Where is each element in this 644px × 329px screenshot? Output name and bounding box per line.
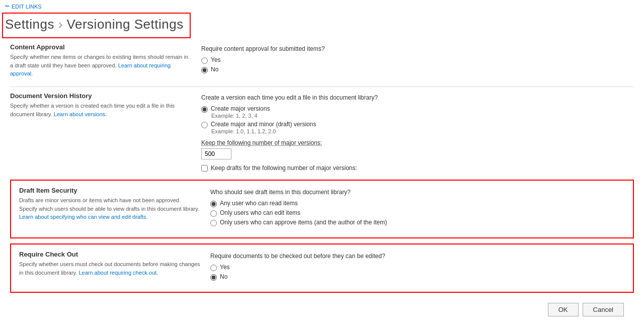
main-content: Content Approval Specify whether new ite… — [0, 43, 644, 326]
keep-drafts-checkbox-item: Keep drafts for the following number of … — [201, 164, 634, 172]
page-title-box: Settings › Versioning Settings — [2, 13, 191, 38]
page-title: Settings › Versioning Settings — [5, 17, 184, 32]
document-version-section: Document Version History Specify whether… — [10, 92, 634, 172]
page-title-separator: › — [58, 17, 63, 32]
require-checkout-radio-group: Yes No — [210, 264, 625, 281]
content-approval-radio-group: Yes No — [201, 56, 634, 73]
require-checkout-question: Require documents to be checked out befo… — [210, 253, 625, 260]
draft-edit-users-radio[interactable] — [210, 210, 217, 217]
page-title-part1: Settings — [5, 17, 54, 32]
version-major-option[interactable]: Create major versions — [201, 105, 634, 113]
draft-security-learn-link[interactable]: Learn about specifying who can view and … — [19, 214, 148, 220]
require-checkout-box: Require Check Out Specify whether users … — [10, 243, 634, 293]
content-approval-section: Content Approval Specify whether new ite… — [10, 43, 634, 78]
content-approval-desc: Specify whether new items or changes to … — [10, 53, 191, 78]
require-checkout-desc: Specify whether users must check out doc… — [19, 260, 200, 277]
content-approval-left: Content Approval Specify whether new ite… — [10, 43, 201, 78]
content-approval-question: Require content approval for submitted i… — [201, 45, 634, 52]
keep-versions-label: Keep the following number of major versi… — [201, 139, 634, 146]
draft-edit-users[interactable]: Only users who can edit items — [210, 209, 625, 217]
document-version-radio-group: Create major versions Example: 1, 2, 3, … — [201, 105, 634, 134]
ok-button[interactable]: OK — [548, 303, 579, 316]
content-approval-right: Require content approval for submitted i… — [201, 43, 634, 78]
draft-security-left: Draft Item Security Drafts are minor ver… — [19, 187, 210, 231]
draft-security-right: Who should see draft items in this docum… — [210, 187, 625, 231]
edit-links[interactable]: ✏ EDIT LINKS — [0, 0, 644, 13]
cancel-button[interactable]: Cancel — [583, 303, 624, 316]
require-checkout-title: Require Check Out — [19, 251, 200, 258]
version-minor-sublabel: Example: 1.0, 1.1, 1.2, 2.0 — [211, 128, 634, 134]
version-minor-radio[interactable] — [201, 122, 208, 128]
checkout-yes[interactable]: Yes — [210, 264, 625, 271]
document-version-learn-link[interactable]: Learn about versions. — [54, 111, 107, 117]
require-checkout-right: Require documents to be checked out befo… — [210, 251, 625, 286]
draft-approve-users-radio[interactable] — [210, 220, 217, 226]
draft-security-box: Draft Item Security Drafts are minor ver… — [10, 180, 634, 238]
draft-security-radio-group: Any user who can read items Only users w… — [210, 200, 625, 226]
version-major-radio[interactable] — [201, 106, 208, 113]
draft-security-desc: Drafts are minor versions or items which… — [19, 196, 200, 221]
content-approval-no-radio[interactable] — [201, 67, 208, 73]
content-approval-title: Content Approval — [10, 43, 191, 51]
content-approval-no[interactable]: No — [201, 66, 634, 73]
document-version-desc: Specify whether a version is created eac… — [10, 102, 191, 118]
pencil-icon: ✏ — [5, 3, 10, 10]
checkout-yes-radio[interactable] — [210, 265, 217, 271]
edit-links-label: EDIT LINKS — [12, 4, 42, 10]
document-version-left: Document Version History Specify whether… — [10, 92, 201, 172]
divider-1 — [10, 87, 634, 87]
require-checkout-section: Require Check Out Specify whether users … — [19, 251, 625, 286]
draft-approve-users[interactable]: Only users who can approve items (and th… — [210, 219, 625, 226]
checkout-no[interactable]: No — [210, 273, 625, 281]
buttons-row: OK Cancel — [10, 303, 634, 316]
draft-any-user[interactable]: Any user who can read items — [210, 200, 625, 207]
draft-security-section: Draft Item Security Drafts are minor ver… — [19, 187, 625, 231]
keep-drafts-label: Keep drafts for the following number of … — [211, 164, 357, 172]
keep-drafts-checkbox[interactable] — [201, 165, 208, 172]
content-approval-yes[interactable]: Yes — [201, 56, 634, 64]
content-approval-yes-radio[interactable] — [201, 57, 208, 64]
require-checkout-left: Require Check Out Specify whether users … — [19, 251, 210, 286]
document-version-title: Document Version History — [10, 92, 191, 100]
require-checkout-learn-link[interactable]: Learn about requiring check out. — [78, 270, 158, 276]
keep-versions-input[interactable] — [201, 148, 231, 159]
page-title-part2: Versioning Settings — [67, 17, 184, 32]
version-minor-option[interactable]: Create major and minor (draft) versions — [201, 121, 634, 128]
document-version-question: Create a version each time you edit a fi… — [201, 94, 634, 101]
document-version-right: Create a version each time you edit a fi… — [201, 92, 634, 172]
draft-security-question: Who should see draft items in this docum… — [210, 189, 625, 196]
checkout-no-radio[interactable] — [210, 274, 217, 281]
version-major-sublabel: Example: 1, 2, 3, 4 — [211, 113, 634, 119]
draft-any-user-radio[interactable] — [210, 201, 217, 207]
draft-security-title: Draft Item Security — [19, 187, 200, 194]
